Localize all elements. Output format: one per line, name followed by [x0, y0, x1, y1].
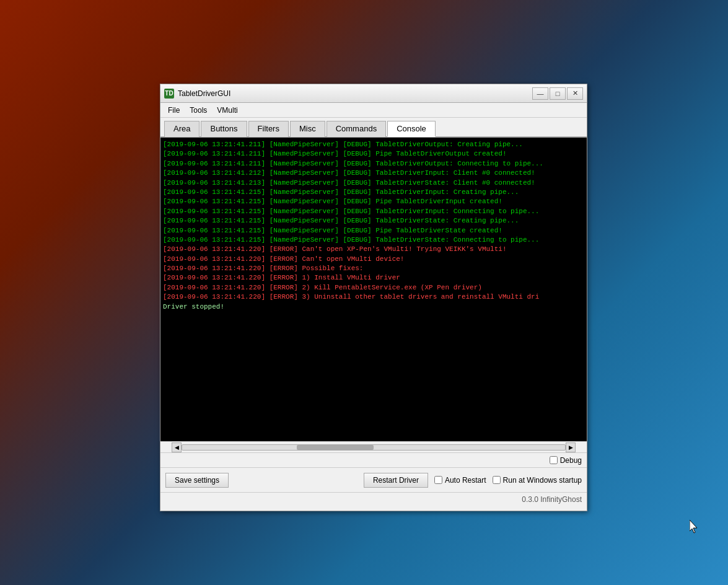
footer: Save settings Restart Driver Auto Restar… — [160, 467, 587, 492]
tab-filters[interactable]: Filters — [248, 121, 289, 137]
run-at-startup-label[interactable]: Run at Windows startup — [493, 476, 582, 485]
footer-right: Restart Driver Auto Restart Run at Windo… — [364, 473, 582, 488]
console-line: [2019-09-06 13:21:41.215] [NamedPipeServ… — [163, 207, 584, 216]
window-icon: TD — [164, 89, 174, 99]
console-line: [2019-09-06 13:21:41.211] [NamedPipeServ… — [163, 159, 584, 169]
console-line: [2019-09-06 13:21:41.215] [NamedPipeServ… — [163, 188, 584, 197]
scroll-right-button[interactable]: ▶ — [566, 442, 576, 452]
window-title: TabletDriverGUI — [178, 89, 532, 98]
auto-restart-text: Auto Restart — [445, 476, 486, 485]
minimize-button[interactable]: — — [532, 87, 548, 100]
console-line: [2019-09-06 13:21:41.220] [ERROR] 2) Kil… — [163, 283, 584, 292]
status-bar: 0.3.0 InfinityGhost — [160, 492, 587, 506]
menubar: File Tools VMulti — [160, 103, 587, 118]
console-line: Driver stopped! — [163, 302, 584, 312]
tab-area[interactable]: Area — [164, 121, 200, 137]
titlebar: TD TabletDriverGUI — □ ✕ — [160, 84, 587, 103]
tab-buttons[interactable]: Buttons — [201, 121, 247, 137]
close-button[interactable]: ✕ — [567, 87, 583, 100]
console-line: [2019-09-06 13:21:41.220] [ERROR] Can't … — [163, 245, 584, 254]
console-line: [2019-09-06 13:21:41.220] [ERROR] Can't … — [163, 255, 584, 264]
tab-bar: Area Buttons Filters Misc Commands Conso… — [160, 118, 587, 138]
scroll-track[interactable] — [182, 444, 566, 451]
horizontal-scrollbar[interactable]: ◀ ▶ — [160, 441, 587, 452]
auto-restart-label[interactable]: Auto Restart — [434, 476, 486, 485]
menu-vmulti[interactable]: VMulti — [212, 105, 242, 116]
console-line: [2019-09-06 13:21:41.220] [ERROR] 1) Ins… — [163, 273, 584, 283]
run-at-startup-checkbox[interactable] — [493, 476, 501, 484]
console-line: [2019-09-06 13:21:41.215] [NamedPipeServ… — [163, 197, 584, 206]
menu-file[interactable]: File — [163, 105, 185, 116]
console-line: [2019-09-06 13:21:41.220] [ERROR] Possib… — [163, 264, 584, 273]
maximize-button[interactable]: □ — [550, 87, 566, 100]
console-line: [2019-09-06 13:21:41.215] [NamedPipeServ… — [163, 216, 584, 226]
run-at-startup-text: Run at Windows startup — [503, 476, 582, 485]
restart-driver-button[interactable]: Restart Driver — [364, 473, 428, 488]
console-line: [2019-09-06 13:21:41.215] [NamedPipeServ… — [163, 226, 584, 235]
scroll-left-button[interactable]: ◀ — [172, 442, 182, 452]
save-settings-button[interactable]: Save settings — [165, 473, 229, 488]
console-line: [2019-09-06 13:21:41.213] [NamedPipeServ… — [163, 178, 584, 188]
console-line: [2019-09-06 13:21:41.211] [NamedPipeServ… — [163, 149, 584, 159]
debug-checkbox[interactable] — [550, 456, 558, 464]
auto-restart-checkbox[interactable] — [434, 476, 442, 484]
tab-console[interactable]: Console — [387, 121, 436, 137]
scroll-thumb[interactable] — [297, 445, 374, 450]
menu-tools[interactable]: Tools — [185, 105, 212, 116]
debug-checkbox-label[interactable]: Debug — [550, 456, 582, 465]
tab-commands[interactable]: Commands — [327, 121, 386, 137]
version-text: 0.3.0 InfinityGhost — [522, 495, 582, 504]
titlebar-buttons: — □ ✕ — [532, 87, 583, 100]
console-line: [2019-09-06 13:21:41.215] [NamedPipeServ… — [163, 235, 584, 245]
debug-label: Debug — [560, 456, 582, 465]
debug-bar: Debug — [160, 452, 587, 467]
tab-misc[interactable]: Misc — [290, 121, 325, 137]
console-line: [2019-09-06 13:21:41.211] [NamedPipeServ… — [163, 140, 584, 149]
console-output: [2019-09-06 13:21:41.211] [NamedPipeServ… — [160, 138, 587, 441]
main-window: TD TabletDriverGUI — □ ✕ File Tools VMul… — [160, 84, 587, 511]
console-line: [2019-09-06 13:21:41.220] [ERROR] 3) Uni… — [163, 292, 584, 302]
console-line: [2019-09-06 13:21:41.212] [NamedPipeServ… — [163, 169, 584, 178]
